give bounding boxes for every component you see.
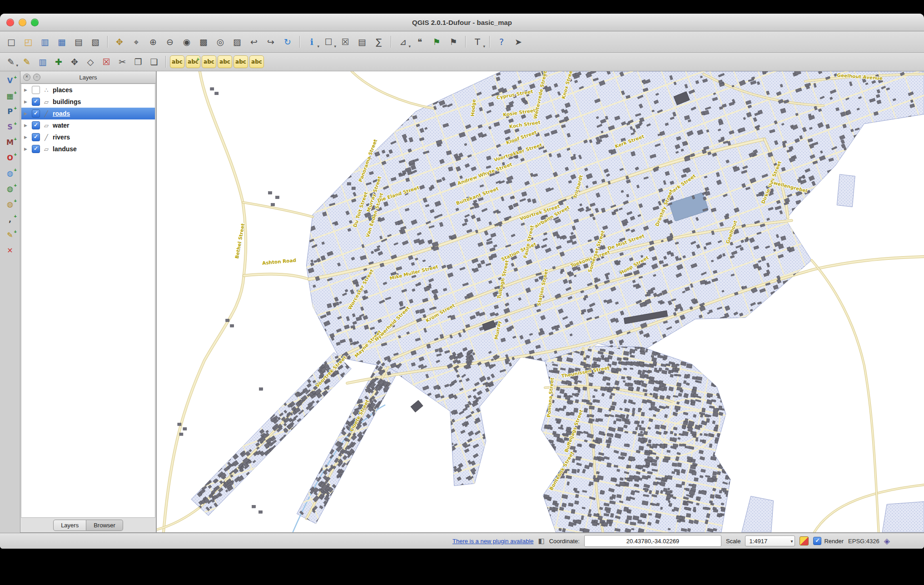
layer-item-places[interactable]: ▶∴places: [21, 84, 155, 96]
new-bookmark-button[interactable]: ⚑: [429, 35, 444, 49]
add-delimited-text-layer-button[interactable]: ,+: [3, 213, 17, 227]
layer-visibility-checkbox[interactable]: ✓: [32, 133, 40, 141]
show-bookmarks-button[interactable]: ⚑: [446, 35, 461, 49]
text-annotation-button[interactable]: T▾: [470, 35, 485, 49]
toggle-editing-button[interactable]: ✎: [20, 55, 34, 68]
refresh-map-button[interactable]: ↻: [280, 35, 295, 49]
composer-manager-button[interactable]: ▧: [88, 35, 103, 49]
add-feature-button[interactable]: ✚: [51, 55, 66, 68]
map-tips-button[interactable]: ❝: [412, 35, 427, 49]
combobox-arrow-icon: ▾: [790, 539, 793, 544]
add-postgis-layer-button[interactable]: P+: [3, 105, 17, 119]
zoom-actual-size-button[interactable]: ◉: [179, 35, 194, 49]
render-checkbox[interactable]: ✓ Render: [813, 537, 844, 545]
measure-button[interactable]: ⊿▾: [395, 35, 411, 49]
expand-arrow-icon[interactable]: ▶: [24, 99, 30, 104]
layer-visibility-checkbox[interactable]: [32, 86, 40, 94]
open-attribute-table-button[interactable]: ▤: [354, 35, 370, 49]
open-project-button[interactable]: ◰: [20, 35, 36, 49]
label-settings-button[interactable]: abc: [170, 55, 184, 68]
zoom-full-button[interactable]: ▩: [196, 35, 211, 49]
delete-selected-button[interactable]: ☒: [99, 55, 114, 68]
field-calculator-button[interactable]: ∑: [371, 35, 387, 49]
zoom-full-icon: ▩: [199, 38, 208, 46]
whats-this-button[interactable]: ➤: [511, 35, 526, 49]
cut-features-button[interactable]: ✂: [115, 55, 129, 68]
layer-visibility-checkbox[interactable]: ✓: [32, 109, 40, 118]
digitizing-labeling-toolbar: ✎▾✎▥✚✥◇☒✂❐❏abcabc+abcabcabcabc: [0, 53, 924, 71]
pan-map-icon: ✥: [116, 38, 123, 46]
crs-status-button[interactable]: ◈: [884, 536, 890, 545]
rotate-label-button[interactable]: abc: [233, 55, 248, 68]
new-project-button[interactable]: □: [4, 35, 19, 49]
identify-features-icon: ℹ: [310, 38, 313, 46]
pan-map-button[interactable]: ✥: [112, 35, 127, 49]
plugin-tool-button[interactable]: ✕: [3, 244, 17, 258]
expand-arrow-icon[interactable]: ▶: [24, 111, 30, 116]
expand-arrow-icon[interactable]: ▶: [24, 88, 30, 92]
titlebar[interactable]: QGIS 2.0.1-Dufour - basic_map: [0, 14, 924, 31]
copy-features-button[interactable]: ❐: [131, 55, 145, 68]
zoom-in-button[interactable]: ⊕: [145, 35, 161, 49]
identify-features-button[interactable]: ℹ▾: [304, 35, 319, 49]
save-project-button[interactable]: ▥: [37, 35, 53, 49]
layers-panel-title: Layers: [20, 74, 156, 81]
expand-arrow-icon[interactable]: ▶: [24, 147, 30, 151]
open-attribute-table-icon: ▤: [358, 38, 366, 46]
layer-list: ▶∴places▶✓▱buildings▶✓╱roads▶✓▱water▶✓╱r…: [21, 84, 155, 518]
whats-this-icon: ➤: [515, 38, 522, 46]
add-spatialite-layer-button[interactable]: S+: [3, 120, 17, 134]
expand-arrow-icon[interactable]: ▶: [24, 135, 30, 139]
zoom-to-layer-button[interactable]: ▨: [229, 35, 245, 49]
coordinate-input[interactable]: [584, 535, 721, 547]
add-mssql-layer-button[interactable]: M+: [3, 136, 17, 149]
plugin-icon[interactable]: ◧: [538, 537, 545, 545]
add-oracle-layer-icon: O: [7, 154, 13, 162]
add-wms-layer-button[interactable]: ◍+: [3, 167, 17, 180]
save-project-as-button[interactable]: ▦: [54, 35, 70, 49]
change-label-properties-button[interactable]: abc: [249, 55, 264, 68]
select-features-button[interactable]: ☐▾: [321, 35, 336, 49]
new-print-composer-button[interactable]: ▤: [71, 35, 86, 49]
paste-features-button[interactable]: ❏: [147, 55, 161, 68]
zoom-to-selection-button[interactable]: ◎: [213, 35, 228, 49]
add-wfs-layer-button[interactable]: ◍+: [3, 198, 17, 211]
move-feature-icon: ✥: [71, 58, 78, 66]
zoom-next-button[interactable]: ↪: [263, 35, 278, 49]
zoom-last-button[interactable]: ↩: [246, 35, 262, 49]
pin-labels-button[interactable]: abc+: [186, 55, 200, 68]
render-checkbox-box[interactable]: ✓: [813, 537, 821, 545]
layer-item-rivers[interactable]: ▶✓╱rivers: [21, 131, 155, 143]
map-tips-icon: ❝: [417, 38, 422, 46]
deselect-features-button[interactable]: ☒: [338, 35, 353, 49]
add-raster-layer-button[interactable]: ▦+: [3, 89, 17, 103]
highlight-pinned-labels-button[interactable]: abc: [202, 55, 216, 68]
help-button[interactable]: ?: [494, 35, 509, 49]
zoom-out-button[interactable]: ⊖: [162, 35, 178, 49]
layer-item-roads[interactable]: ▶✓╱roads: [21, 108, 155, 119]
new-shapefile-layer-button[interactable]: ✎+: [3, 228, 17, 242]
layer-visibility-checkbox[interactable]: ✓: [32, 145, 40, 153]
add-wcs-layer-button[interactable]: ◍+: [3, 182, 17, 196]
scale-combobox[interactable]: 1:4917 ▾: [745, 535, 795, 546]
plugin-available-link[interactable]: There is a new plugin available: [452, 538, 534, 545]
add-oracle-layer-button[interactable]: O+: [3, 151, 17, 165]
layer-item-buildings[interactable]: ▶✓▱buildings: [21, 96, 155, 108]
save-edits-button[interactable]: ▥: [35, 55, 50, 68]
stop-render-icon[interactable]: [800, 536, 809, 545]
layer-item-water[interactable]: ▶✓▱water: [21, 119, 155, 131]
map-canvas[interactable]: Ashton RoadBethel StreetVoortrek StreetM…: [156, 71, 924, 533]
map-svg[interactable]: Ashton RoadBethel StreetVoortrek StreetM…: [157, 71, 924, 532]
expand-arrow-icon[interactable]: ▶: [24, 123, 30, 128]
panel-tab-layers[interactable]: Layers: [53, 520, 86, 531]
pan-to-selection-button[interactable]: ⌖: [129, 35, 144, 49]
current-edits-button[interactable]: ✎▾: [4, 55, 18, 68]
layer-item-landuse[interactable]: ▶✓▱landuse: [21, 143, 155, 155]
node-tool-button[interactable]: ◇: [83, 55, 98, 68]
layer-visibility-checkbox[interactable]: ✓: [32, 98, 40, 106]
move-label-button[interactable]: abc: [218, 55, 232, 68]
panel-tab-browser[interactable]: Browser: [86, 520, 123, 531]
move-feature-button[interactable]: ✥: [67, 55, 82, 68]
add-vector-layer-button[interactable]: V+: [3, 74, 17, 88]
layer-visibility-checkbox[interactable]: ✓: [32, 121, 40, 129]
